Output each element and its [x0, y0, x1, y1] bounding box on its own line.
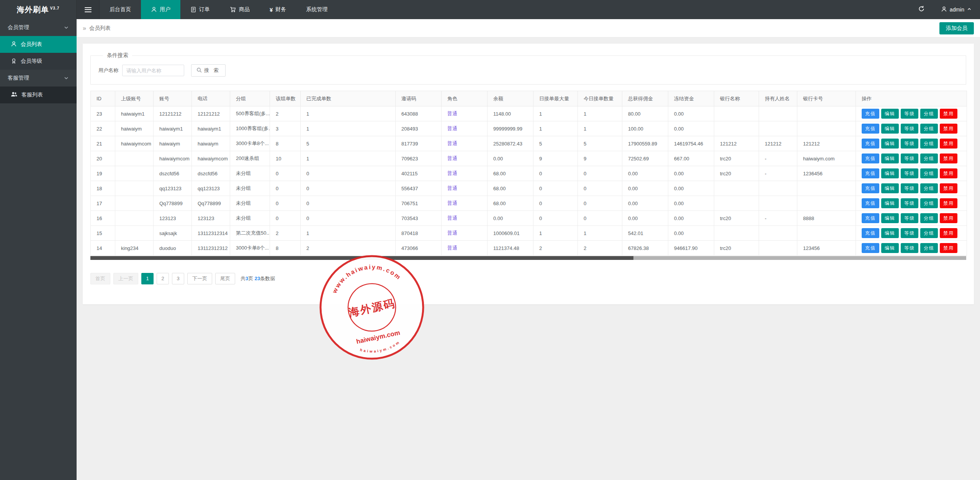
disable-button[interactable]: 禁用	[940, 228, 957, 238]
level-button[interactable]: 等级	[901, 139, 918, 149]
level-button[interactable]: 等级	[901, 168, 918, 178]
disable-button[interactable]: 禁用	[940, 153, 957, 163]
recharge-button[interactable]: 充值	[862, 139, 879, 149]
role-link[interactable]: 普通	[447, 200, 457, 206]
sidebar-item-member-level[interactable]: 会员等级	[0, 53, 77, 70]
pagination-last-button[interactable]: 尾页	[215, 273, 235, 284]
disable-button[interactable]: 禁用	[940, 198, 957, 208]
role-link[interactable]: 普通	[447, 111, 457, 116]
disable-button[interactable]: 禁用	[940, 168, 957, 178]
level-button[interactable]: 等级	[901, 153, 918, 163]
edit-button[interactable]: 编辑	[881, 213, 899, 223]
search-icon	[196, 67, 202, 74]
role-link[interactable]: 普通	[447, 140, 457, 146]
role-link[interactable]: 普通	[447, 230, 457, 236]
app-title: 海外刷单	[17, 5, 49, 15]
level-button[interactable]: 等级	[901, 243, 918, 253]
sidebar-item-member-list[interactable]: 会员列表	[0, 36, 77, 53]
search-button[interactable]: 搜 索	[191, 64, 226, 77]
disable-button[interactable]: 禁用	[940, 243, 957, 253]
group-button[interactable]: 分组	[920, 213, 938, 223]
role-link[interactable]: 普通	[447, 245, 457, 251]
table-row: 17Qq778899Qq778899未分组00706751普通68.00000.…	[91, 196, 967, 211]
group-button[interactable]: 分组	[920, 198, 938, 208]
recharge-button[interactable]: 充值	[862, 213, 879, 223]
group-button[interactable]: 分组	[920, 168, 938, 178]
column-header: 持有人姓名	[759, 91, 797, 106]
edit-button[interactable]: 编辑	[881, 109, 899, 119]
username-input[interactable]	[122, 65, 184, 76]
nav-item-system[interactable]: 系统管理	[296, 0, 337, 19]
role-link[interactable]: 普通	[447, 170, 457, 176]
user-menu[interactable]: admin	[933, 0, 980, 19]
role-link[interactable]: 普通	[447, 155, 457, 161]
recharge-button[interactable]: 充值	[862, 153, 879, 163]
disable-button[interactable]: 禁用	[940, 183, 957, 193]
sidebar-group-service-management[interactable]: 客服管理	[0, 70, 77, 87]
edit-button[interactable]: 编辑	[881, 124, 899, 134]
table-cell: 946617.90	[668, 241, 714, 256]
level-button[interactable]: 等级	[901, 183, 918, 193]
edit-button[interactable]: 编辑	[881, 183, 899, 193]
table-cell	[714, 226, 759, 241]
sidebar-item-service-list[interactable]: 客服列表	[0, 87, 77, 103]
disable-button[interactable]: 禁用	[940, 213, 957, 223]
recharge-button[interactable]: 充值	[862, 198, 879, 208]
nav-item-orders[interactable]: 订单	[180, 0, 220, 19]
group-button[interactable]: 分组	[920, 153, 938, 163]
group-button[interactable]: 分组	[920, 109, 938, 119]
sidebar-group-member-management[interactable]: 会员管理	[0, 19, 77, 36]
group-button[interactable]: 分组	[920, 139, 938, 149]
level-button[interactable]: 等级	[901, 109, 918, 119]
edit-button[interactable]: 编辑	[881, 139, 899, 149]
group-button[interactable]: 分组	[920, 124, 938, 134]
nav-item-finance[interactable]: ¥ 财务	[260, 0, 296, 19]
pagination-prev-button[interactable]: 上一页	[113, 273, 138, 284]
table-cell: 21	[91, 136, 115, 151]
table-cell: haiwaiym1	[192, 121, 230, 136]
edit-button[interactable]: 编辑	[881, 168, 899, 178]
edit-button[interactable]: 编辑	[881, 228, 899, 238]
table-cell: 0.00	[622, 181, 668, 196]
horizontal-scrollbar[interactable]	[90, 256, 966, 260]
role-link[interactable]: 普通	[447, 126, 457, 131]
table-cell	[797, 226, 856, 241]
recharge-button[interactable]: 充值	[862, 228, 879, 238]
nav-item-users[interactable]: 用户	[141, 0, 180, 19]
pagination-page-button[interactable]: 3	[172, 273, 184, 284]
recharge-button[interactable]: 充值	[862, 183, 879, 193]
sidebar-toggle-button[interactable]	[77, 0, 100, 19]
add-member-button[interactable]: 添加会员	[939, 22, 974, 34]
level-button[interactable]: 等级	[901, 198, 918, 208]
nav-item-products[interactable]: 商品	[220, 0, 260, 19]
group-button[interactable]: 分组	[920, 183, 938, 193]
table-cell: 500养客组(多...	[230, 106, 270, 121]
role-link[interactable]: 普通	[447, 215, 457, 221]
level-button[interactable]: 等级	[901, 213, 918, 223]
edit-button[interactable]: 编辑	[881, 153, 899, 163]
pagination-page-button[interactable]: 2	[157, 273, 169, 284]
edit-button[interactable]: 编辑	[881, 198, 899, 208]
group-button[interactable]: 分组	[920, 243, 938, 253]
role-link[interactable]: 普通	[447, 185, 457, 191]
pagination-next-button[interactable]: 下一页	[187, 273, 212, 284]
recharge-button[interactable]: 充值	[862, 168, 879, 178]
recharge-button[interactable]: 充值	[862, 243, 879, 253]
pagination-page-button[interactable]: 1	[141, 273, 154, 284]
table-cell	[115, 151, 154, 166]
group-button[interactable]: 分组	[920, 228, 938, 238]
scrollbar-thumb[interactable]	[90, 256, 633, 260]
sidebar-item-label: 会员等级	[21, 58, 42, 65]
pagination-info-text: 条数据	[260, 276, 275, 281]
recharge-button[interactable]: 充值	[862, 109, 879, 119]
disable-button[interactable]: 禁用	[940, 139, 957, 149]
refresh-button[interactable]	[910, 0, 933, 19]
level-button[interactable]: 等级	[901, 228, 918, 238]
edit-button[interactable]: 编辑	[881, 243, 899, 253]
nav-item-home[interactable]: 后台首页	[100, 0, 141, 19]
level-button[interactable]: 等级	[901, 124, 918, 134]
recharge-button[interactable]: 充值	[862, 124, 879, 134]
pagination-first-button[interactable]: 首页	[90, 273, 110, 284]
disable-button[interactable]: 禁用	[940, 109, 957, 119]
disable-button[interactable]: 禁用	[940, 124, 957, 134]
